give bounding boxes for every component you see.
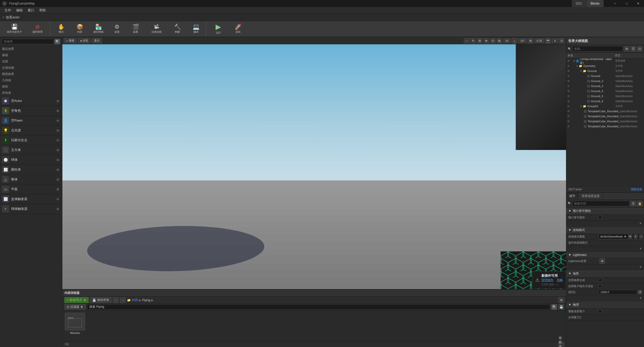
gamemode-jump-button[interactable]: → xyxy=(639,235,643,239)
cone-add-button[interactable]: ⊕ xyxy=(56,177,60,182)
cylinder-add-button[interactable]: ⊕ xyxy=(56,167,60,172)
modes-button[interactable]: ✋ 模式 xyxy=(52,22,70,36)
gamemode-add-button[interactable]: + xyxy=(634,235,638,239)
section-precomputed[interactable]: ▼ 预计算可视性 xyxy=(566,208,644,215)
menu-help[interactable]: 帮助 xyxy=(37,7,48,14)
category-basic[interactable]: 基础 xyxy=(0,52,62,58)
breadcrumb-content[interactable]: 内容 xyxy=(132,298,138,302)
actor-item-player-start[interactable]: 🏃 玩家出生点 ⊕ xyxy=(0,135,62,145)
ignore-notification-link[interactable]: 忽略 xyxy=(557,278,563,282)
camera-speed-selector[interactable]: 4 xyxy=(552,38,558,43)
tree-item-template3[interactable]: 👁 ⬛ TemplateCube_Rounded_ StaticMeshActo xyxy=(566,119,644,124)
empty-character-add-button[interactable]: ⊕ xyxy=(56,108,60,113)
actor-item-empty-actor[interactable]: ⬟ 空Actor ⊕ xyxy=(0,96,62,106)
empty-actor-add-button[interactable]: ⊕ xyxy=(56,99,60,103)
actor-item-point-light[interactable]: 💡 点光源 ⊕ xyxy=(0,126,62,135)
actor-item-empty-pawn[interactable]: 👤 空Pawn ⊕ xyxy=(0,116,62,126)
cb-add-import-button[interactable]: + 添加/导入 ▼ xyxy=(64,297,89,303)
tree-item-ground6[interactable]: 👁 ⬛ Ground_6 StaticMeshActo xyxy=(566,99,644,104)
empty-pawn-add-button[interactable]: ⊕ xyxy=(56,118,60,123)
category-recent[interactable]: 最近放置 xyxy=(0,46,62,52)
outliner-view-button[interactable]: ☰ xyxy=(630,46,636,52)
cb-folder-meshes[interactable]: Meshes xyxy=(65,313,85,339)
tree-item-ground2[interactable]: 👁 ⬛ Ground_2 StaticMeshActo xyxy=(566,79,644,84)
tree-item-template4[interactable]: 👁 ⬛ TemplateCube_Rounded_ StaticMeshActo xyxy=(566,124,644,129)
category-geometry[interactable]: 几何体 xyxy=(0,77,62,84)
cb-save-button[interactable]: 💾 xyxy=(558,304,564,310)
precomputed-checkbox[interactable] xyxy=(598,216,602,219)
tree-item-ground4[interactable]: 👁 ⬛ Ground_4 StaticMeshActo xyxy=(566,89,644,94)
tree-item-ground3[interactable]: 👁 ⬛ Ground_3 StaticMeshActo xyxy=(566,84,644,89)
viewport-lighting-button[interactable]: ● 光照 xyxy=(78,38,91,43)
content-button[interactable]: 📦 内容 xyxy=(71,22,89,36)
grid-size-selector[interactable]: 10 xyxy=(503,38,511,43)
grid-snap-toggle[interactable]: ⊞ xyxy=(497,38,502,44)
cb-settings-button[interactable]: ⚙ xyxy=(558,297,564,303)
tree-item-ground[interactable]: 👁 ⬛ Ground StaticMeshActo xyxy=(566,73,644,79)
minimize-button[interactable]: ─ xyxy=(609,0,621,7)
category-all[interactable]: 所有类 xyxy=(0,90,62,96)
blueprint-button[interactable]: 🎬 蓝图 xyxy=(127,22,145,36)
details-lock-button[interactable]: 🔒 xyxy=(637,201,642,206)
section-lightmass[interactable]: ▼ Lightmass xyxy=(566,252,644,258)
maximize-button[interactable]: □ xyxy=(621,0,632,7)
tree-item-ground-folder[interactable]: 👁 ▼ 📁 Ground 文件夹 xyxy=(566,68,644,73)
tree-item-template2[interactable]: 👁 ⬛ TemplateCube_Rounded_ StaticMeshActo xyxy=(566,114,644,119)
actor-item-cube[interactable]: ⬛ 立方体 ⊕ xyxy=(0,145,62,155)
category-volumes[interactable]: 体积 xyxy=(0,84,62,90)
tree-item-template1[interactable]: 👁 ⬛ TemplateCube_Rounded_ StaticMeshActo xyxy=(566,109,644,114)
section-physics[interactable]: ▼ 物理 xyxy=(566,301,644,309)
manage-plugins-link[interactable]: 管理插件 xyxy=(541,278,553,282)
gamemode-dropdown[interactable]: AirSimGameMode ▼ ✏ + → xyxy=(598,234,644,239)
details-tab-details[interactable]: 细节 xyxy=(566,193,579,200)
cb-search-button[interactable]: 🔍 xyxy=(551,304,557,310)
override-gravity-checkbox[interactable] xyxy=(598,310,602,313)
viewport-perspective-button[interactable]: ● 透视 xyxy=(64,38,76,43)
actor-item-empty-character[interactable]: 🧍 空角色 ⊕ xyxy=(0,106,62,116)
outliner-filter-button[interactable]: ⊡ xyxy=(637,46,642,52)
point-light-add-button[interactable]: ⊕ xyxy=(56,128,60,133)
box-trigger-add-button[interactable]: ⊕ xyxy=(56,197,60,201)
cb-forward-button[interactable]: → xyxy=(120,297,126,303)
save-level-button[interactable]: 💾 保存当前关卡 xyxy=(3,22,26,36)
build-button[interactable]: 🔨 构建 xyxy=(168,22,186,36)
player-start-add-button[interactable]: ⊕ xyxy=(56,138,60,142)
section-scene[interactable]: ▼ 场景 xyxy=(566,270,644,277)
surface-snapping[interactable]: ⊡ xyxy=(490,38,496,44)
cube-add-button[interactable]: ⊕ xyxy=(56,148,60,152)
rotate-button[interactable]: ↻ xyxy=(470,38,476,44)
scale-snap-selector[interactable]: 0.25 xyxy=(534,38,544,43)
section-gamemode[interactable]: ▼ 游戏模式 xyxy=(566,227,644,234)
settings-button[interactable]: ⚙ 设置 xyxy=(108,22,126,36)
cb-filter-button[interactable]: ⊡ 过滤器 ▼ xyxy=(64,304,86,310)
client-streaming-checkbox[interactable] xyxy=(598,284,602,288)
details-search-input[interactable] xyxy=(572,201,629,206)
compile-button[interactable]: 💻 编译 xyxy=(187,22,205,36)
translate-button[interactable]: ↔ xyxy=(464,38,469,44)
cb-search-input[interactable] xyxy=(87,304,550,310)
actor-item-cylinder[interactable]: ⬜ 圆柱体 ⊕ xyxy=(0,165,62,175)
actor-item-cone[interactable]: △ 锥体 ⊕ xyxy=(0,175,62,184)
outliner-search-input[interactable] xyxy=(572,46,623,52)
cb-view-options-button[interactable]: 视图选项 xyxy=(558,342,564,347)
kill-z-input[interactable] xyxy=(598,290,637,294)
sphere-add-button[interactable]: ⊕ xyxy=(56,158,60,162)
details-tab-world-settings[interactable]: 世界场景设置 xyxy=(579,193,603,200)
tree-item-group01[interactable]: 👁 ▼ 📁 Group01 文件夹 xyxy=(566,104,644,109)
actor-item-sphere-trigger[interactable]: ⚬ 球体触发器 ⊕ xyxy=(0,204,62,214)
menu-window[interactable]: 窗口 xyxy=(25,7,37,14)
gamemode-edit-button[interactable]: ✏ xyxy=(628,235,632,239)
category-cinematics[interactable]: 过场动画 xyxy=(0,65,62,71)
tab-ddc[interactable]: DDC xyxy=(572,0,587,7)
category-lights[interactable]: 光源 xyxy=(0,58,62,65)
world-local-toggle[interactable]: ⊕ xyxy=(484,38,489,44)
play-button[interactable]: ▶ 运行 xyxy=(208,22,228,36)
tree-item-ground5[interactable]: 👁 ⬛ Ground_5 StaticMeshActo xyxy=(566,94,644,99)
view-options-link[interactable]: 视图选项 xyxy=(631,187,642,191)
launch-button[interactable]: 🚀 启动 xyxy=(229,22,247,36)
plane-add-button[interactable]: ⊕ xyxy=(56,187,60,191)
details-view-toggle[interactable]: ☰ xyxy=(630,201,636,206)
category-visual-effects[interactable]: 视觉效果 xyxy=(0,71,62,77)
actor-item-box-trigger[interactable]: ⬜ 盒体触发器 ⊕ xyxy=(0,194,62,204)
rotation-snap-selector[interactable]: 10° xyxy=(518,38,527,43)
